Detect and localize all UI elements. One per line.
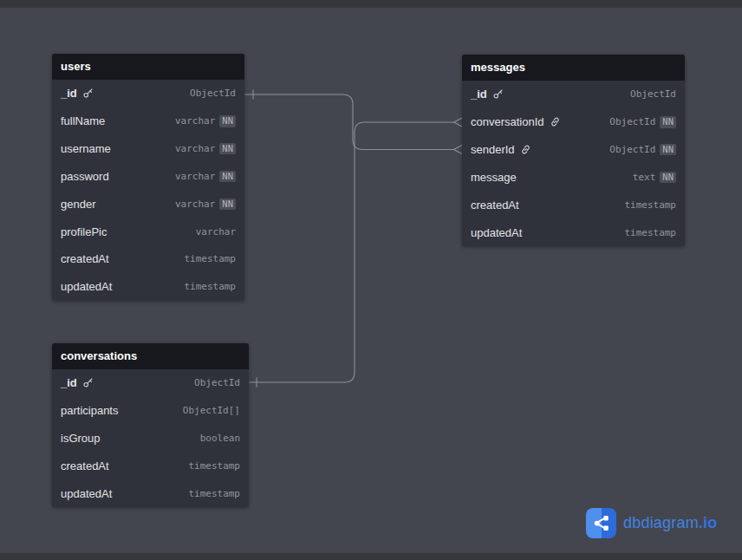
field-row-users-gender[interactable]: gendervarcharNN	[52, 190, 244, 218]
not-null-badge: NN	[219, 199, 236, 211]
field-row-users-_id[interactable]: _idObjectId	[52, 80, 244, 107]
field-type: ObjectId	[630, 88, 676, 100]
bottom-edge-strip	[0, 553, 742, 560]
field-type: timestamp	[184, 281, 236, 292]
field-row-users-password[interactable]: passwordvarcharNN	[52, 163, 244, 191]
field-row-conversations-participants[interactable]: participantsObjectId[]	[52, 397, 249, 425]
field-name: _id	[471, 88, 487, 101]
field-name: updatedAt	[61, 487, 112, 500]
field-type: varchar	[196, 226, 236, 238]
field-row-users-username[interactable]: usernamevarcharNN	[52, 135, 244, 163]
field-name: _id	[61, 376, 77, 389]
field-name: conversationId	[471, 115, 544, 128]
field-name: senderId	[471, 143, 515, 156]
field-type: timestamp	[188, 488, 240, 499]
relationship-users-messages	[244, 90, 462, 154]
field-type: timestamp	[624, 227, 676, 238]
field-row-users-updatedAt[interactable]: updatedAttimestamp	[52, 273, 244, 301]
field-name: password	[61, 170, 109, 183]
not-null-badge: NN	[660, 144, 676, 156]
field-type: ObjectId	[609, 144, 655, 155]
field-name: username	[61, 142, 111, 155]
field-name: createdAt	[471, 199, 519, 212]
relationship-conversations-messages	[249, 118, 462, 387]
field-row-users-createdAt[interactable]: createdAttimestamp	[52, 245, 244, 273]
field-name: isGroup	[61, 432, 101, 445]
key-icon	[82, 88, 94, 99]
table-messages[interactable]: messages _idObjectIdconversationIdObject…	[462, 55, 685, 246]
field-row-conversations-_id[interactable]: _idObjectId	[52, 369, 249, 397]
field-name: createdAt	[61, 459, 109, 472]
table-users-header[interactable]: users	[52, 54, 244, 80]
table-users-body: _idObjectIdfullNamevarcharNNusernamevarc…	[52, 80, 244, 301]
dbdiagram-logo[interactable]: dbdiagram.io	[586, 508, 717, 538]
field-name: profilePic	[61, 225, 107, 238]
not-null-badge: NN	[219, 143, 236, 155]
field-type: timestamp	[188, 460, 240, 472]
field-type: varchar	[175, 171, 215, 182]
field-row-conversations-isGroup[interactable]: isGroupboolean	[52, 425, 249, 453]
dbdiagram-logo-icon	[586, 508, 616, 538]
field-name: fullName	[61, 114, 105, 127]
field-type: varchar	[175, 115, 215, 127]
field-row-messages-senderId[interactable]: senderIdObjectIdNN	[462, 136, 685, 164]
not-null-badge: NN	[219, 171, 236, 183]
field-name: gender	[61, 198, 95, 211]
table-messages-body: _idObjectIdconversationIdObjectIdNNsende…	[462, 81, 685, 246]
table-conversations[interactable]: conversations _idObjectIdparticipantsObj…	[52, 343, 249, 507]
field-type: timestamp	[184, 253, 236, 264]
not-null-badge: NN	[219, 115, 236, 127]
diagram-canvas[interactable]: users _idObjectIdfullNamevarcharNNuserna…	[0, 0, 742, 560]
field-name: createdAt	[61, 252, 109, 265]
field-row-messages-updatedAt[interactable]: updatedAttimestamp	[462, 218, 685, 246]
field-name: updatedAt	[61, 280, 112, 293]
key-icon	[82, 377, 94, 388]
field-name: message	[471, 171, 517, 184]
not-null-badge: NN	[660, 172, 676, 184]
field-type: timestamp	[624, 199, 676, 211]
field-type: varchar	[175, 143, 215, 154]
field-type: ObjectId[]	[183, 405, 240, 416]
field-name: participants	[61, 404, 118, 417]
link-icon	[520, 144, 531, 155]
field-type: text	[633, 172, 656, 183]
field-type: varchar	[175, 199, 215, 210]
field-name: _id	[61, 87, 77, 100]
field-type: ObjectId	[190, 88, 236, 99]
table-conversations-header[interactable]: conversations	[52, 343, 249, 369]
key-icon	[492, 88, 504, 100]
top-edge-strip	[0, 0, 742, 8]
field-row-users-fullName[interactable]: fullNamevarcharNN	[52, 107, 244, 135]
field-row-users-profilePic[interactable]: profilePicvarchar	[52, 218, 244, 245]
field-row-conversations-createdAt[interactable]: createdAttimestamp	[52, 453, 249, 480]
link-icon	[550, 116, 561, 127]
field-type: ObjectId	[609, 116, 655, 127]
table-messages-header[interactable]: messages	[462, 55, 685, 81]
dbdiagram-logo-text: dbdiagram.io	[623, 514, 717, 532]
field-type: ObjectId	[194, 377, 240, 388]
table-conversations-body: _idObjectIdparticipantsObjectId[]isGroup…	[52, 369, 249, 507]
field-name: updatedAt	[471, 226, 522, 239]
not-null-badge: NN	[660, 116, 676, 128]
field-row-messages-message[interactable]: messagetextNN	[462, 164, 685, 192]
field-row-messages-createdAt[interactable]: createdAttimestamp	[462, 191, 685, 218]
field-row-messages-conversationId[interactable]: conversationIdObjectIdNN	[462, 108, 685, 136]
field-row-conversations-updatedAt[interactable]: updatedAttimestamp	[52, 479, 249, 507]
table-users[interactable]: users _idObjectIdfullNamevarcharNNuserna…	[52, 54, 244, 301]
field-row-messages-_id[interactable]: _idObjectId	[462, 81, 685, 108]
field-type: boolean	[200, 433, 240, 444]
